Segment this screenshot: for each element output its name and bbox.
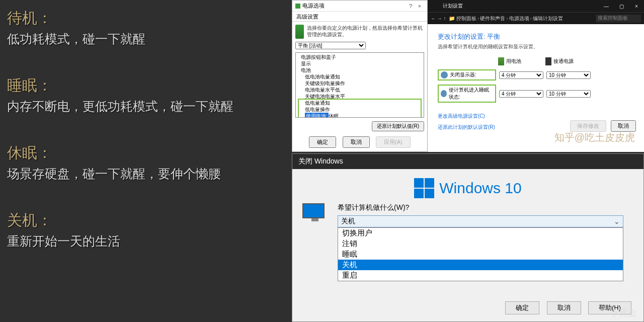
battery-icon [295, 25, 304, 39]
advanced-link[interactable]: 更改高级电源设置(C) [438, 113, 634, 120]
ok-button[interactable]: 确定 [309, 136, 336, 148]
dialog-title: 关闭 Windows [292, 154, 643, 169]
plan-select[interactable]: 平衡 [活动] [295, 42, 366, 49]
ok-button[interactable]: 确定 [505, 301, 539, 314]
save-button[interactable]: 保存修改 [570, 120, 606, 132]
restore-defaults-button[interactable]: 还原计划默认值(R) [372, 121, 424, 131]
term-shutdown: 关机： [7, 210, 289, 231]
sleep-icon [441, 90, 447, 97]
term-standby: 待机： [7, 8, 289, 29]
cancel-button[interactable]: 取消 [547, 301, 581, 314]
close-icon[interactable]: × [629, 4, 644, 9]
windows-logo-icon [414, 178, 434, 198]
option-sleep[interactable]: 睡眠 [338, 249, 623, 260]
watermark-heybox: 小黑盒 [610, 307, 637, 319]
battery-icon [498, 57, 504, 65]
help-icon[interactable]: ? [406, 3, 415, 9]
definitions-panel: 待机：低功耗模式，碰一下就醒 睡眠：内存不断电，更低功耗模式，碰一下就醒 休眠：… [7, 8, 289, 278]
term-sleep: 睡眠： [7, 75, 289, 96]
settings-tree[interactable]: 电源按钮和盖子 显示 电池 低电池电量通知 关键级别电量操作 电池电量水平低 关… [295, 52, 424, 118]
search-input[interactable]: 搜索控制面板 [596, 15, 641, 23]
display-icon [441, 71, 448, 78]
plug-icon [545, 57, 551, 65]
cancel-button[interactable]: 取消 [343, 136, 370, 148]
display-battery-select[interactable]: 4 分钟 [499, 71, 543, 79]
option-restart[interactable]: 重启 [338, 270, 623, 281]
highlight-box [298, 99, 422, 118]
close-icon[interactable]: × [415, 3, 424, 9]
cancel-button[interactable]: 取消 [611, 120, 636, 132]
option-logoff[interactable]: 注销 [338, 238, 623, 249]
action-dropdown-list[interactable]: 切换用户 注销 睡眠 关机 重启 [338, 227, 623, 281]
power-icon [295, 4, 300, 9]
action-select[interactable]: 关机⌄ [338, 215, 623, 227]
sleep-plugged-select[interactable]: 10 分钟 [546, 90, 591, 98]
option-switch-user[interactable]: 切换用户 [338, 228, 623, 238]
term-hibernate: 休眠： [7, 143, 289, 164]
tab-advanced[interactable]: 高级设置 [292, 12, 427, 22]
apply-button[interactable]: 应用(A) [376, 136, 411, 148]
shutdown-dialog: 关闭 Windows Windows 10 希望计算机做什么(W)? 关机⌄ 切… [292, 153, 644, 322]
power-options-dialog: 电源选项?× 高级设置 选择你要自定义的电源计划，然后选择你希望计算机管理的电源… [292, 0, 428, 152]
display-plugged-select[interactable]: 10 分钟 [546, 71, 591, 79]
breadcrumb[interactable]: ← → ↑ 📁 控制面板› 硬件和声音› 电源选项› 编辑计划设置 搜索控制面板 [428, 12, 644, 24]
option-shutdown[interactable]: 关机 [338, 260, 623, 270]
computer-icon [302, 203, 328, 223]
watermark-zhihu: 知乎@吃土皮皮虎 [554, 131, 635, 144]
edit-plan-window: 计划设置—▢× ← → ↑ 📁 控制面板› 硬件和声音› 电源选项› 编辑计划设… [428, 0, 644, 152]
page-title: 更改计划的设置: 平衡 [438, 32, 634, 41]
sleep-battery-select[interactable]: 4 分钟 [499, 90, 543, 98]
maximize-icon[interactable]: ▢ [614, 4, 629, 9]
chevron-down-icon: ⌄ [614, 217, 620, 225]
minimize-icon[interactable]: — [599, 4, 614, 9]
